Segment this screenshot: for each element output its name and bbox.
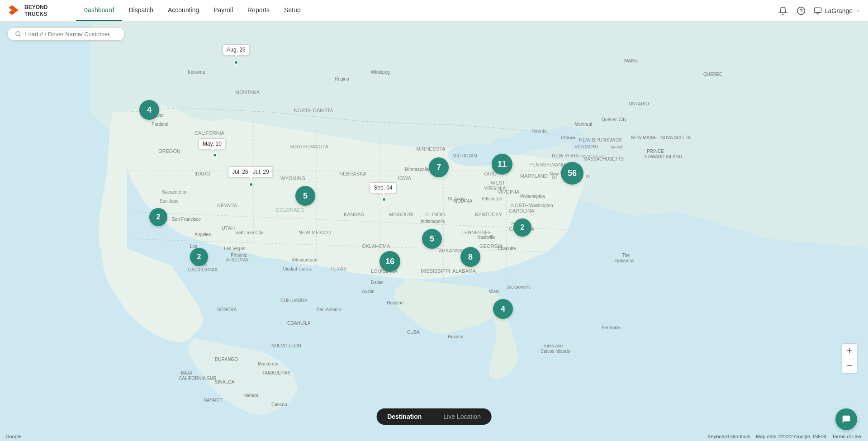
svg-text:NEW MAINE: NEW MAINE	[631, 135, 657, 140]
svg-text:Québec City: Québec City	[602, 117, 626, 122]
chat-button[interactable]	[835, 408, 857, 430]
svg-text:Regina: Regina	[335, 76, 349, 81]
svg-text:Angeles: Angeles	[194, 232, 211, 237]
user-menu[interactable]: LaGrange	[814, 7, 861, 15]
svg-text:ILLINOIS: ILLINOIS	[425, 212, 446, 217]
label-jul26: Jul. 26 - Jul. 29	[228, 166, 273, 177]
logo-icon	[7, 4, 22, 18]
chevron-down-icon	[855, 8, 861, 14]
svg-text:MAINE: MAINE	[624, 58, 639, 63]
svg-text:Toronto: Toronto	[531, 128, 547, 133]
svg-text:Nashville: Nashville	[477, 235, 496, 240]
svg-text:SINALOA: SINALOA	[215, 379, 235, 384]
svg-text:Charlotte: Charlotte	[498, 246, 516, 251]
keyboard-shortcuts-link[interactable]: Keyboard shortcuts	[707, 434, 750, 439]
svg-text:SOUTH DAKOTA: SOUTH DAKOTA	[289, 144, 329, 149]
svg-text:CONNECTICUT: CONNECTICUT	[574, 154, 604, 158]
cluster-2-california-s[interactable]: 2	[190, 248, 208, 266]
help-icon[interactable]	[796, 5, 806, 16]
map-data-text: Map data ©2022 Google, INEGI	[756, 434, 826, 439]
terms-link[interactable]: Terms of Use.	[832, 434, 863, 439]
cluster-8-alabama[interactable]: 8	[460, 247, 480, 267]
svg-text:MONTANA: MONTANA	[235, 90, 260, 95]
cluster-4-florida[interactable]: 4	[493, 299, 513, 319]
svg-text:Bermuda: Bermuda	[602, 325, 620, 330]
logo[interactable]: BEYONDTRUCKS	[7, 4, 62, 18]
cluster-7-chicago[interactable]: 7	[429, 157, 449, 177]
dot-aug26	[234, 60, 238, 65]
nav-dashboard[interactable]: Dashboard	[76, 0, 122, 21]
svg-text:Portland: Portland	[152, 122, 168, 127]
notification-icon[interactable]	[778, 5, 788, 16]
svg-text:CALIFORNIA: CALIFORNIA	[194, 130, 225, 136]
svg-text:NEW BRUNSWICK: NEW BRUNSWICK	[579, 137, 623, 142]
svg-text:Minneapolis: Minneapolis	[405, 167, 429, 172]
svg-text:NEVADA: NEVADA	[217, 203, 237, 208]
svg-text:PENNSYLVANIA: PENNSYLVANIA	[529, 162, 567, 167]
dot-jul26	[249, 182, 253, 187]
svg-text:CALIFORNIA SUR: CALIFORNIA SUR	[179, 376, 216, 381]
svg-text:PRINCE: PRINCE	[647, 149, 664, 154]
svg-text:RI: RI	[586, 174, 590, 179]
search-input[interactable]	[25, 31, 117, 38]
svg-text:OKLAHOMA: OKLAHOMA	[362, 243, 390, 249]
map-container[interactable]: MONTANA NORTH DAKOTA SOUTH DAKOTA OREGON…	[0, 22, 868, 441]
cluster-4-washington[interactable]: 4	[139, 100, 159, 120]
cluster-2-california-n[interactable]: 2	[149, 208, 167, 226]
svg-text:COAHUILA: COAHUILA	[287, 321, 310, 326]
nav-reports[interactable]: Reports	[240, 0, 277, 21]
svg-text:MINNESOTA: MINNESOTA	[416, 146, 446, 152]
svg-rect-5	[814, 8, 821, 13]
nav-setup[interactable]: Setup	[277, 0, 308, 21]
cluster-16-houston[interactable]: 16	[379, 251, 400, 272]
svg-text:ALABAMA: ALABAMA	[452, 268, 476, 274]
svg-text:TAMAULIPAS: TAMAULIPAS	[262, 370, 290, 375]
destination-btn[interactable]: Destination	[376, 408, 432, 425]
svg-text:Sacramento: Sacramento	[162, 190, 186, 194]
nav-payroll[interactable]: Payroll	[206, 0, 240, 21]
label-may10: May. 10	[199, 138, 226, 149]
main-nav: Dashboard Dispatch Accounting Payroll Re…	[76, 0, 763, 21]
svg-text:IDAHO: IDAHO	[194, 171, 210, 176]
svg-text:MISSISSIPPI: MISSISSIPPI	[421, 268, 450, 274]
cluster-5-arkansas[interactable]: 5	[422, 229, 442, 249]
svg-text:Albuquerque: Albuquerque	[292, 257, 318, 262]
svg-text:Pittsburgh: Pittsburgh	[482, 196, 502, 201]
cluster-56-northeast[interactable]: 56	[561, 162, 583, 185]
google-logo: Google	[5, 434, 21, 439]
svg-text:NORTH: NORTH	[511, 203, 529, 208]
svg-text:MICHIGAN: MICHIGAN	[452, 153, 477, 158]
svg-text:NAYARIT: NAYARIT	[204, 398, 223, 403]
zoom-out-button[interactable]: −	[842, 358, 857, 373]
bottom-controls: Destination Live Location	[376, 408, 492, 425]
svg-line-7	[19, 35, 21, 37]
live-location-btn[interactable]: Live Location	[432, 408, 492, 425]
svg-text:CALIFORNIA: CALIFORNIA	[188, 267, 218, 272]
svg-text:WEST: WEST	[491, 180, 505, 185]
map-footer: Google Keyboard shortcuts Map data ©2022…	[0, 434, 868, 439]
svg-text:Philadelphia: Philadelphia	[520, 194, 545, 199]
nav-dispatch[interactable]: Dispatch	[122, 0, 161, 21]
svg-text:COLORADO: COLORADO	[276, 207, 304, 213]
cluster-5-colorado[interactable]: 5	[295, 186, 315, 206]
user-icon	[814, 7, 822, 15]
search-bar	[7, 27, 125, 41]
svg-text:Cancún: Cancún	[271, 402, 287, 407]
cluster-11-michigan[interactable]: 11	[492, 154, 512, 175]
svg-text:Winnipeg: Winnipeg	[371, 70, 390, 75]
cluster-2-virginia[interactable]: 2	[513, 218, 531, 237]
svg-text:San Antonio: San Antonio	[317, 307, 341, 312]
svg-text:IOWA: IOWA	[398, 175, 412, 181]
zoom-in-button[interactable]: +	[842, 344, 857, 358]
svg-text:Dallas: Dallas	[371, 280, 384, 285]
nav-accounting[interactable]: Accounting	[161, 0, 206, 21]
svg-text:VERMONT: VERMONT	[574, 144, 599, 149]
svg-text:Miami: Miami	[489, 289, 501, 294]
svg-text:Turks and: Turks and	[543, 343, 563, 348]
svg-text:Austin: Austin	[362, 289, 375, 294]
svg-text:San Jose: San Jose	[160, 199, 179, 204]
svg-text:Salt Lake City: Salt Lake City	[235, 230, 263, 235]
svg-text:UTAH: UTAH	[222, 225, 235, 231]
svg-text:CHIHUAHUA: CHIHUAHUA	[280, 298, 308, 303]
svg-text:St. Louis: St. Louis	[448, 196, 465, 201]
